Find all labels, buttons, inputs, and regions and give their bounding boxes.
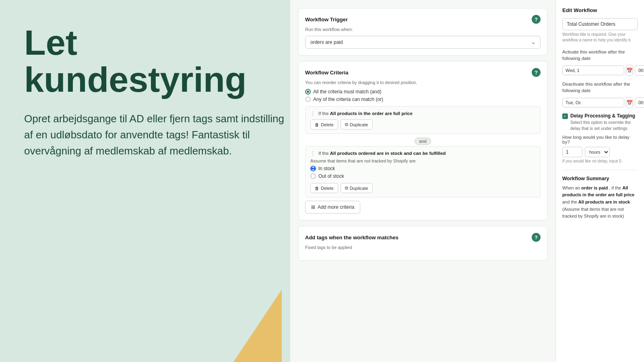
any-match-option[interactable]: Any of the criteria can match (or) [305,97,541,102]
in-stock-radio[interactable] [310,166,316,171]
criteria-item-2: ⋮ If the All products ordered are in sto… [305,146,541,197]
delay-question-label: How long would you like to delay by? [562,135,638,144]
criteria-2-label: If the All products ordered are in stock… [318,151,446,156]
out-of-stock-label: Out of stock [318,173,344,179]
activate-time-select[interactable]: 00:00 [635,65,644,76]
add-criteria-button[interactable]: ⊞ Add more criteria [305,201,360,214]
deactivate-time-select[interactable]: 00:00 [635,97,644,108]
workflow-panel: Workflow Trigger ? Run this workflow whe… [290,0,555,362]
criteria-1-delete-button[interactable]: 🗑 Delete [310,119,338,130]
any-match-radio[interactable] [305,97,311,102]
and-connector: and [305,137,541,144]
add-tags-help-icon[interactable]: ? [532,233,541,242]
check-icon: ✓ [564,114,567,118]
summary-text-4: (Assume that items that are not tracked … [562,207,624,219]
criteria-1-duplicate-button[interactable]: ⧉ Duplicate [341,119,373,130]
copy-2-icon: ⧉ [345,185,348,191]
activate-date-input[interactable] [562,66,624,75]
activate-date-row: 📅 00:00 Clear [562,65,638,76]
left-section: Let kundestyring Opret arbejdsgange til … [24,24,290,159]
decorative-triangle [233,290,282,362]
right-panel: Workflow Trigger ? Run this workflow whe… [290,0,644,362]
criteria-help-icon[interactable]: ? [532,68,541,77]
trash-icon: 🗑 [315,122,319,127]
criteria-2-if: If the [318,151,329,156]
delay-checkbox-content: Delay Processing & Tagging Select this o… [570,113,638,131]
criteria-question-mark: ? [535,70,538,76]
trigger-value: orders are paid [310,39,343,45]
criteria-2-delete-button[interactable]: 🗑 Delete [310,183,338,193]
trigger-subtitle: Run this workflow when: [305,27,541,32]
out-of-stock-radio[interactable] [310,173,316,179]
workflow-title-hint: Workflow title is required. Give your wo… [562,32,638,43]
criteria-2-header: ⋮ If the All products ordered are in sto… [310,150,535,156]
add-criteria-icon: ⊞ [311,204,315,210]
criteria-card-header: Workflow Criteria ? [305,68,541,77]
criteria-2-radio-group: In stock Out of stock [310,166,535,179]
trigger-help-icon[interactable]: ? [532,15,541,24]
summary-bold-1: order is paid [581,185,608,190]
deactivate-calendar-icon[interactable]: 📅 [626,97,633,108]
add-tags-question: ? [535,234,538,241]
trigger-title: Workflow Trigger [305,16,348,23]
criteria-1-header: ⋮ If the All products in the order are f… [310,111,535,116]
summary-text-1: When an [562,185,580,190]
add-tags-subtitle: Fixed tags to be applied [305,245,541,250]
criteria-2-condition: All products ordered are in stock and ca… [330,151,446,156]
delay-checkbox-row: ✓ Delay Processing & Tagging Select this… [562,113,638,131]
trigger-dropdown[interactable]: orders are paid ⌄ [305,36,541,49]
all-match-label: All the criteria must match (and) [313,89,381,95]
workflow-title-input[interactable] [562,18,638,30]
delay-value-input[interactable] [562,147,582,157]
all-match-option[interactable]: All the criteria must match (and) [305,89,541,95]
and-label: and [415,138,431,145]
delay-unit-select[interactable]: hours [585,147,610,157]
criteria-radio-group: All the criteria must match (and) Any of… [305,89,541,102]
criteria-1-if: If the [318,111,329,116]
add-criteria-label: Add more criteria [318,204,354,210]
drag-handle-2-icon[interactable]: ⋮ [310,150,315,156]
edit-divider [562,170,638,170]
delay-checkbox-label: Delay Processing & Tagging [570,113,638,119]
drag-handle-icon[interactable]: ⋮ [310,111,315,116]
criteria-1-actions: 🗑 Delete ⧉ Duplicate [310,119,535,130]
add-tags-title: Add tags when the workflow matches [305,234,398,241]
workflow-criteria-card: Workflow Criteria ? You can reorder crit… [298,61,547,220]
criteria-reorder-hint: You can reorder criteria by dragging it … [305,80,541,85]
delay-input-row: hours [562,147,638,157]
summary-bold-3: All products are in stock [578,200,630,204]
main-title: Let kundestyring [24,24,290,99]
criteria-2-actions: 🗑 Delete ⧉ Duplicate [310,183,535,193]
any-match-label: Any of the criteria can match (or) [313,97,383,102]
duplicate-2-label: Duplicate [350,186,368,191]
delay-checkbox[interactable]: ✓ [562,113,568,119]
question-mark: ? [535,16,538,23]
deactivate-date-row: 📅 00:00 Clear [562,97,638,108]
summary-text-2: , if the [609,185,621,190]
deactivate-label: Deactivate this workflow after the follo… [562,81,638,94]
criteria-2-duplicate-button[interactable]: ⧉ Duplicate [341,183,373,193]
delete-2-label: Delete [321,186,334,191]
duplicate-label: Duplicate [350,122,368,127]
chevron-down-icon: ⌄ [531,39,535,45]
criteria-1-label: If the All products in the order are ful… [318,111,413,116]
delete-label: Delete [321,122,334,127]
edit-panel-title: Edit Workflow [562,7,638,13]
activate-calendar-icon[interactable]: 📅 [626,65,633,76]
summary-text-3: and the [562,200,577,204]
activate-label: Activate this workflow after the followi… [562,49,638,62]
delay-hint-text: If you would like no delay, input 0. [562,159,638,163]
trigger-card-header: Workflow Trigger ? [305,15,541,24]
workflow-trigger-card: Workflow Trigger ? Run this workflow whe… [298,8,547,56]
in-stock-option[interactable]: In stock [310,166,535,171]
add-tags-card: Add tags when the workflow matches ? Fix… [298,226,547,261]
out-of-stock-option[interactable]: Out of stock [310,173,535,179]
trash-2-icon: 🗑 [315,186,319,191]
criteria-2-sub: Assume that items that are not tracked b… [310,158,535,163]
criteria-item-1: ⋮ If the All products in the order are f… [305,106,541,134]
deactivate-date-input[interactable] [562,98,624,107]
delay-checkbox-hint: Select this option to override the delay… [570,119,638,131]
all-match-radio[interactable] [305,89,311,95]
criteria-title: Workflow Criteria [305,70,348,76]
copy-icon: ⧉ [345,122,348,127]
